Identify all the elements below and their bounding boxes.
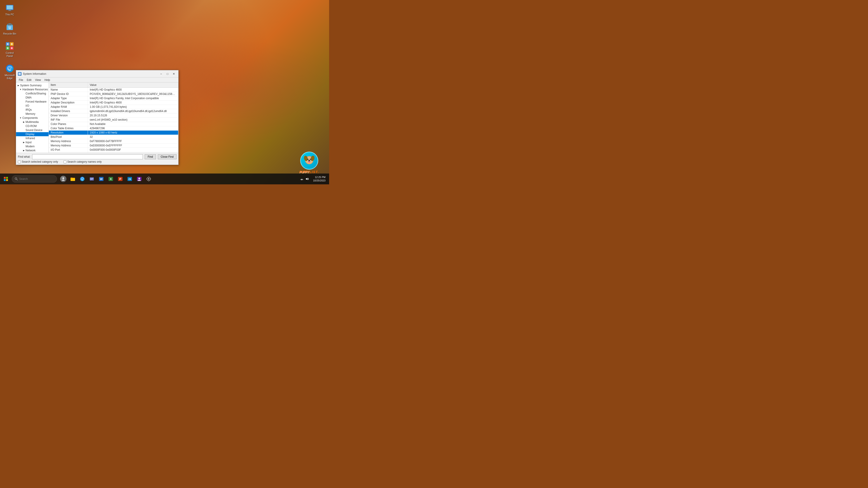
tree-forced-hardware[interactable]: ▶ Forced Hardware: [16, 100, 49, 104]
svg-point-50: [148, 178, 149, 180]
taskbar-teams[interactable]: [135, 174, 144, 184]
tree-expand-network: ▶: [22, 149, 25, 152]
check-selected-category[interactable]: [18, 160, 21, 163]
table-row[interactable]: PNP Device IDPCI\VEN_8086&DEV_0412&SUBSY…: [49, 92, 178, 96]
start-button[interactable]: [2, 175, 10, 183]
puppy-circle: [300, 152, 318, 170]
tree-expand-multimedia: ▶: [22, 121, 25, 123]
excel-icon: X: [108, 176, 113, 182]
table-row[interactable]: Memory Address0xE0000000-0xEFFFFFFF: [49, 143, 178, 148]
minimize-button[interactable]: ‒: [158, 71, 164, 76]
volume-icon[interactable]: [305, 177, 309, 181]
network-icon[interactable]: [300, 177, 304, 181]
taskbar-search-box[interactable]: [12, 175, 57, 183]
table-cell-item: Installed Drivers: [49, 109, 88, 113]
tree-sound-device[interactable]: ▶ Sound Device: [16, 128, 49, 132]
maximize-button[interactable]: □: [165, 71, 170, 76]
desktop-icon-this-pc[interactable]: This PC: [2, 2, 18, 17]
svg-text:Ol: Ol: [128, 178, 131, 181]
taskbar-excel[interactable]: X: [106, 174, 115, 184]
find-input[interactable]: [32, 154, 143, 159]
table-row[interactable]: Resolution1920 x 1080 x 60 hertz: [49, 131, 178, 135]
find-row: Find what: Find Close Find: [18, 154, 177, 159]
table-row[interactable]: Memory Address0xF7800000-0xF7BFFFFF: [49, 139, 178, 143]
system-clock[interactable]: 12:25 PM 10/25/2023: [311, 175, 327, 183]
table-cell-item: Adapter Description: [49, 101, 88, 105]
tree-components[interactable]: ▼ Components: [16, 116, 49, 120]
tree-input[interactable]: ▶ Input: [16, 140, 49, 144]
tree-irqs[interactable]: ▶ IRQs: [16, 108, 49, 112]
table-cell-value: 0xE0000000-0xEFFFFFFF: [88, 143, 178, 148]
taskbar-settings[interactable]: [144, 174, 153, 184]
taskbar-search-input[interactable]: [19, 177, 51, 181]
svg-text:i: i: [20, 73, 20, 75]
col-header-value: Value: [88, 83, 178, 88]
col-header-item: Item: [49, 83, 88, 88]
taskbar-outlook[interactable]: Ol: [125, 174, 134, 184]
svg-point-55: [301, 180, 302, 180]
tree-memory[interactable]: ▶ Memory: [16, 112, 49, 116]
table-cell-item: Color Table Entries: [49, 126, 88, 131]
tree-expand-input: ▶: [22, 141, 25, 144]
tree-network[interactable]: ▶ Network: [16, 149, 49, 153]
word-icon: W: [99, 176, 104, 182]
taskbar-user-icon[interactable]: [59, 174, 68, 184]
tree-label-cd-rom: CD-ROM: [26, 125, 37, 128]
tree-io[interactable]: ▶ I/O: [16, 104, 49, 108]
table-cell-value: 4294967296: [88, 126, 178, 131]
close-button[interactable]: ✕: [171, 71, 177, 76]
find-check-names[interactable]: Search category names only: [64, 160, 102, 163]
window-title-text: System Information: [23, 72, 158, 75]
data-table: Item Value NameIntel(R) HD Graphics 4600…: [49, 83, 178, 153]
table-row[interactable]: Driver Version20.19.15.5126: [49, 113, 178, 118]
tree-modem[interactable]: ▶ Modem: [16, 144, 49, 149]
tree-label-input: Input: [26, 141, 32, 144]
table-row[interactable]: Adapter TypeIntel(R) HD Graphics Family,…: [49, 96, 178, 101]
tree-infrared[interactable]: ▶ Infrared: [16, 136, 49, 140]
svg-point-12: [11, 47, 13, 49]
menu-view[interactable]: View: [33, 78, 43, 82]
svg-point-13: [6, 65, 13, 72]
tree-cd-rom[interactable]: ▶ CD-ROM: [16, 124, 49, 128]
table-row[interactable]: Adapter DescriptionIntel(R) HD Graphics …: [49, 101, 178, 105]
taskbar-file-manager[interactable]: [87, 174, 96, 184]
tree-label-infrared: Infrared: [26, 137, 35, 140]
tree-display[interactable]: ▶ Display: [16, 132, 49, 136]
desktop-icon-control-panel[interactable]: Control Panel: [2, 41, 18, 58]
svg-rect-38: [90, 180, 92, 180]
tree-panel: ▶ System Summary ▼ Hardware Resources ▶ …: [16, 83, 49, 153]
window-content: ▶ System Summary ▼ Hardware Resources ▶ …: [16, 83, 178, 153]
desktop-icon-edge[interactable]: Microsoft Edge: [2, 63, 18, 80]
desktop-icon-recycle-bin[interactable]: Recycle Bin: [2, 22, 18, 36]
taskbar-powerpoint[interactable]: P: [116, 174, 125, 184]
tree-conflicts-sharing[interactable]: ▶ Conflicts/Sharing: [16, 92, 49, 96]
find-check-category[interactable]: Search selected category only: [18, 160, 58, 163]
taskbar-word[interactable]: W: [97, 174, 106, 184]
taskbar-file-explorer[interactable]: [68, 174, 77, 184]
table-cell-item: PNP Device ID: [49, 92, 88, 96]
table-row[interactable]: Installed Driversigdumdim64.dll,igd10ium…: [49, 109, 178, 113]
tree-expand-hardware: ▼: [19, 88, 22, 91]
table-row[interactable]: INF Fileoem1.inf (iHSWD_w10 section): [49, 118, 178, 122]
tree-dma[interactable]: ▶ DMA: [16, 96, 49, 100]
tree-label-display: Display: [26, 133, 34, 136]
table-row[interactable]: Bits/Pixel32: [49, 135, 178, 139]
tree-hardware-resources[interactable]: ▼ Hardware Resources: [16, 88, 49, 92]
table-row[interactable]: Adapter RAM1.00 GB (1,073,741,824 bytes): [49, 105, 178, 109]
table-row[interactable]: Color PlanesNot Available: [49, 122, 178, 126]
table-cell-value: oem1.inf (iHSWD_w10 section): [88, 118, 178, 122]
menu-help[interactable]: Help: [43, 78, 52, 82]
table-row[interactable]: I/O Port0x0000F000-0x0000F03F: [49, 148, 178, 152]
tree-system-summary[interactable]: ▶ System Summary: [16, 84, 49, 88]
menu-edit[interactable]: Edit: [25, 78, 33, 82]
close-find-button[interactable]: Close Find: [158, 154, 177, 159]
check-category-names[interactable]: [64, 160, 66, 163]
tree-multimedia[interactable]: ▶ Multimedia: [16, 120, 49, 124]
table-row[interactable]: Color Table Entries4294967296: [49, 126, 178, 131]
taskbar-edge[interactable]: [78, 174, 87, 184]
menu-file[interactable]: File: [17, 78, 25, 82]
this-pc-icon: [5, 3, 14, 12]
table-row[interactable]: NameIntel(R) HD Graphics 4600: [49, 88, 178, 92]
svg-point-20: [307, 159, 309, 160]
find-button[interactable]: Find: [145, 154, 156, 159]
